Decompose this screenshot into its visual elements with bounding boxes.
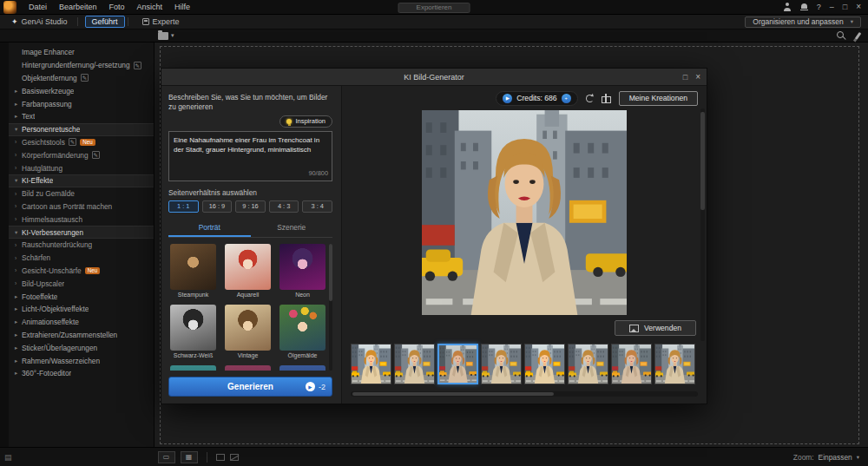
sidebar-item[interactable]: ▸ Rahmen/Wasserzeichen	[9, 354, 154, 367]
aspect-ratio-button[interactable]: 9 : 16	[235, 200, 266, 213]
aspect-ratio-button[interactable]: 1 : 1	[168, 200, 199, 213]
result-thumbnail[interactable]	[481, 344, 522, 384]
sidebar-item[interactable]: ▾ Personenretusche	[9, 123, 154, 136]
sidebar-item[interactable]: ▸ Basiswerkzeuge	[9, 84, 154, 97]
result-thumbnail[interactable]	[394, 344, 435, 384]
sidebar-item[interactable]: ▸ Extrahieren/Zusammenstellen	[9, 329, 154, 342]
sidebar-item[interactable]: › Gesichtstools ✎ Neu	[9, 136, 154, 149]
result-thumbnail[interactable]	[654, 344, 695, 384]
style-scrollbar[interactable]	[329, 244, 332, 371]
chevron-down-icon[interactable]: ▾	[171, 32, 174, 39]
sidebar-item[interactable]: › Himmelsaustausch	[9, 213, 154, 226]
minimize-button[interactable]: –	[830, 3, 834, 11]
grid-view-button[interactable]: ▦	[181, 451, 198, 463]
style-option[interactable]: Aquarell	[223, 244, 273, 298]
app-logo-icon[interactable]	[3, 1, 16, 14]
sidebar-item-label: Hautglättung	[22, 164, 62, 173]
style-option[interactable]: Steampunk	[168, 244, 218, 298]
aspect-ratio-button[interactable]: 16 : 9	[202, 200, 233, 213]
sidebar-item[interactable]: ▸ Sticker/Überlagerungen	[9, 341, 154, 354]
prompt-textarea[interactable]: Eine Nahaufnahme einer Frau im Trenchcoa…	[168, 131, 332, 181]
aspect-ratio-button[interactable]: 4 : 3	[269, 200, 299, 213]
sidebar-item[interactable]: › Körperformänderung ✎	[9, 148, 154, 161]
style-option[interactable]	[278, 365, 327, 371]
add-credits-button[interactable]: +	[562, 94, 571, 103]
credits-badge[interactable]: ▶ Credits: 686 +	[496, 91, 577, 106]
style-tab[interactable]: Szenerie	[251, 220, 333, 237]
menu-item[interactable]: Datei	[23, 3, 53, 11]
panel-toggle-icon[interactable]: ▤	[4, 453, 12, 462]
sidebar-item[interactable]: ▸ Animationseffekte	[9, 316, 154, 329]
sidebar-item[interactable]: › Bild-Upscaler	[9, 277, 154, 290]
sidebar-item[interactable]: › Bild zu Gemälde	[9, 187, 154, 200]
help-icon[interactable]: ?	[817, 3, 821, 11]
close-button[interactable]: ×	[856, 3, 861, 11]
sidebar-item[interactable]: › Schärfen	[9, 252, 154, 265]
edit-icon: ✎	[134, 62, 141, 69]
generated-image[interactable]	[422, 110, 627, 315]
export-button[interactable]: Exportieren	[398, 3, 470, 13]
sidebar-item[interactable]: ▸ 360°-Fotoeditor	[9, 367, 154, 380]
maximize-button[interactable]: □	[843, 3, 847, 11]
sparkle-icon: ✦	[11, 17, 18, 26]
sidebar-item[interactable]: › Rauschunterdrückung	[9, 239, 154, 252]
scrollbar-thumb[interactable]	[700, 112, 705, 210]
menu-item[interactable]: Ansicht	[131, 3, 169, 11]
folder-icon[interactable]	[158, 32, 168, 40]
result-thumbnail[interactable]	[524, 344, 565, 384]
account-icon[interactable]	[783, 3, 792, 11]
style-option[interactable]	[223, 365, 273, 371]
style-option[interactable]: Ölgemälde	[278, 305, 327, 358]
generate-button[interactable]: Generieren ▶ -2	[168, 377, 332, 397]
refresh-icon[interactable]	[586, 95, 594, 102]
module-icon	[142, 18, 149, 25]
style-option[interactable]	[168, 365, 218, 371]
notifications-icon[interactable]	[800, 3, 808, 11]
dialog-titlebar[interactable]: KI Bild-Generator □ ×	[161, 69, 707, 86]
use-button[interactable]: Verwenden	[615, 320, 696, 336]
sidebar-item[interactable]: ▾ KI-Verbesserungen	[9, 226, 154, 239]
sidebar-item[interactable]: ▾ KI-Effekte	[9, 174, 154, 187]
menu-item[interactable]: Foto	[103, 3, 131, 11]
credits-row: ▶ Credits: 686 + Meine Kreationen	[351, 89, 698, 108]
menu-item[interactable]: Bearbeiten	[53, 3, 103, 11]
style-tab[interactable]: Porträt	[168, 220, 251, 237]
sidebar-item[interactable]: ▸ Licht-/Objektiveffekte	[9, 303, 154, 316]
inspiration-button[interactable]: Inspiration	[279, 115, 332, 128]
menu-item[interactable]: Hilfe	[168, 3, 196, 11]
sidebar-item[interactable]: Image Enhancer	[9, 46, 154, 59]
style-option[interactable]: Neon	[278, 244, 327, 298]
style-grid: Steampunk Aquarell Neon	[168, 244, 327, 358]
sidebar-item[interactable]: ▸ Text	[9, 110, 154, 123]
zoom-select[interactable]: Einpassen	[819, 453, 852, 462]
aspect-ratio-button[interactable]: 3 : 4	[302, 200, 332, 213]
sidebar-item[interactable]: ▸ Fotoeffekte	[9, 290, 154, 303]
filmstrip-view-button[interactable]: ▭	[158, 451, 175, 463]
sidebar-item[interactable]: › Hautglättung	[9, 161, 154, 174]
sidebar-item[interactable]: ▸ Farbanpassung	[9, 97, 154, 110]
dialog-close-button[interactable]: ×	[695, 72, 700, 82]
brush-icon[interactable]	[855, 31, 862, 39]
tab-guided[interactable]: Geführt	[85, 16, 125, 28]
style-option[interactable]: Schwarz-Weiß	[168, 305, 218, 358]
tab-genai-studio[interactable]: ✦ GenAi Studio	[4, 16, 75, 28]
dialog-maximize-button[interactable]: □	[683, 73, 687, 82]
search-icon[interactable]	[837, 31, 846, 41]
scrollbar-thumb[interactable]	[352, 392, 554, 396]
gift-icon[interactable]	[602, 94, 611, 103]
style-option[interactable]: Vintage	[223, 305, 273, 358]
result-thumbnail[interactable]	[437, 344, 478, 384]
sidebar-item[interactable]: › Cartoon aus Porträt machen	[9, 200, 154, 213]
sidebar-item[interactable]: Hintergrundentfernung/-ersetzung ✎	[9, 59, 154, 72]
my-creations-button[interactable]: Meine Kreationen	[619, 91, 698, 106]
result-thumbnail[interactable]	[351, 344, 391, 384]
compare-view-icon[interactable]	[216, 454, 225, 461]
before-after-icon[interactable]	[230, 454, 239, 461]
sidebar-item[interactable]: Objektentfernung ✎	[9, 72, 154, 85]
tab-expert[interactable]: Experte	[135, 16, 187, 28]
result-thumbnail[interactable]	[568, 344, 608, 384]
sidebar-item[interactable]: › Gesicht-Unschärfe Neu	[9, 265, 154, 278]
credits-value: Credits: 686	[516, 94, 556, 102]
result-thumbnail[interactable]	[611, 344, 652, 384]
organize-dropdown[interactable]: Organisieren und anpassen ▾	[745, 16, 861, 28]
